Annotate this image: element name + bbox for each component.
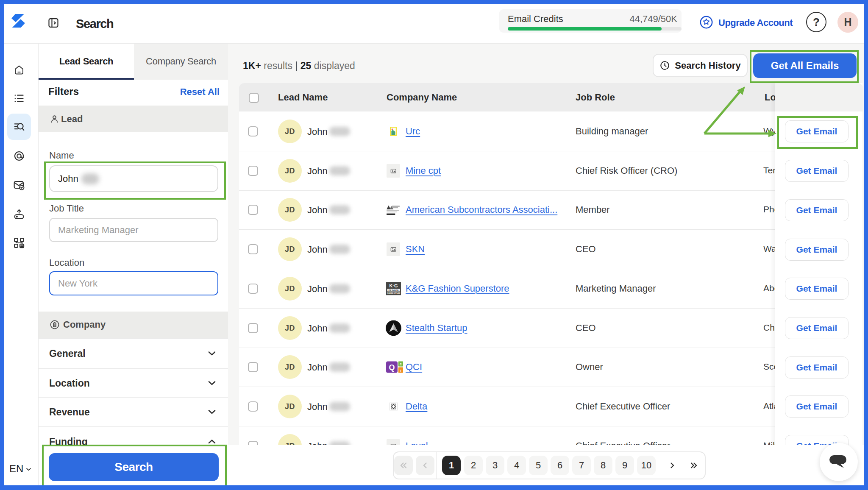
svg-text:i: i xyxy=(400,368,401,373)
svg-text:SUPERSTORE: SUPERSTORE xyxy=(387,292,401,295)
svg-text:Q: Q xyxy=(389,363,395,372)
svg-text:c: c xyxy=(400,362,402,366)
svg-text:K·G: K·G xyxy=(389,283,398,288)
svg-text:FASHION: FASHION xyxy=(389,289,399,292)
